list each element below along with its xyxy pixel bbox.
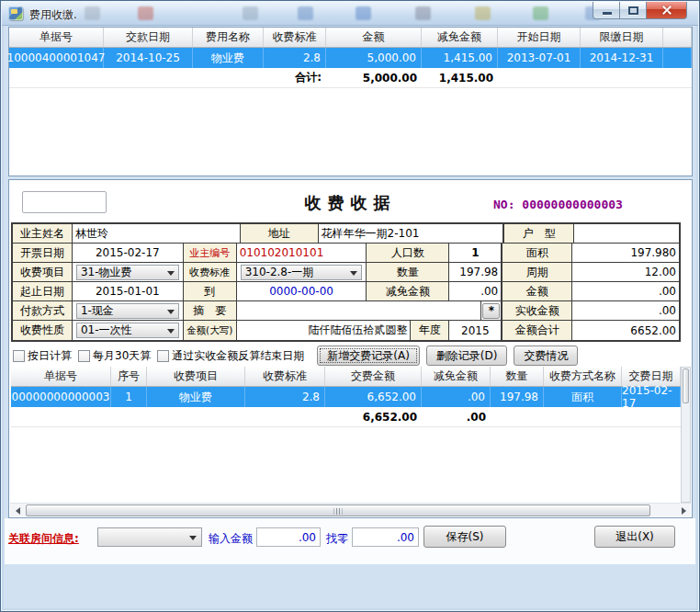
amount-field[interactable]: .00 <box>572 282 679 300</box>
payment-status-button[interactable]: 交费情况 <box>514 346 578 366</box>
fee-item-select[interactable]: 31-物业费 <box>76 265 179 280</box>
column-header: 序号 <box>111 367 147 386</box>
checkbox-label: 每月30天算 <box>93 348 151 364</box>
room-info-select[interactable] <box>97 527 202 547</box>
owner-id-label: 业主编号 <box>184 244 237 262</box>
scrollbar-thumb[interactable] <box>26 504 650 516</box>
vertical-scrollbar[interactable] <box>681 367 691 503</box>
quantity-field[interactable]: 197.98 <box>449 263 502 281</box>
reduction-field[interactable]: .00 <box>449 282 502 300</box>
population-field[interactable]: 1 <box>449 244 502 262</box>
column-header: 费用名称 <box>193 28 264 47</box>
column-header: 单据号 <box>11 367 111 386</box>
checkbox-label: 通过实收金额反算结束日期 <box>172 348 304 364</box>
column-header: 减免金额 <box>422 28 498 47</box>
cell-standard: 2.8 <box>264 48 326 68</box>
scroll-left-arrow-icon[interactable] <box>10 504 25 517</box>
cell-pay-date: 2014-10-25 <box>104 48 193 68</box>
column-header: 金额 <box>326 28 422 47</box>
fee-item-label: 收费项目 <box>13 263 73 281</box>
horizontal-scrollbar[interactable] <box>10 503 691 516</box>
chevron-down-icon <box>167 329 175 334</box>
year-field[interactable]: 2015 <box>449 321 502 340</box>
window-title: 费用收缴. <box>29 7 77 23</box>
date-range-label: 起止日期 <box>13 282 73 300</box>
ghost-toolbar-icon <box>243 6 258 20</box>
cell-empty <box>544 407 622 426</box>
input-amount-field[interactable]: .00 <box>256 527 321 547</box>
cell-receipt-no: 00000000000003 <box>11 387 111 407</box>
column-header: 交款日期 <box>104 28 193 47</box>
cell-empty <box>147 407 245 426</box>
minimize-button[interactable] <box>593 2 620 19</box>
chevron-down-icon <box>350 271 357 276</box>
date-to-field[interactable]: 0000-00-00 <box>237 282 367 300</box>
ghost-toolbar-icon <box>298 6 313 20</box>
address-field[interactable]: 花样年华一期2-101 <box>319 224 504 243</box>
checkbox-icon <box>157 350 169 362</box>
save-button[interactable]: 保存(S) <box>423 526 506 548</box>
column-header: 减免金额 <box>422 367 491 386</box>
date-from-field[interactable]: 2015-01-01 <box>73 282 184 300</box>
owner-id-field[interactable]: 010102010101 <box>237 244 367 262</box>
pending-bills-grid: 单据号 交款日期 费用名称 收费标准 金额 减免金额 开始日期 限缴日期 100… <box>8 27 693 176</box>
exit-button[interactable]: 退出(X) <box>594 526 675 548</box>
fee-nature-label: 收费性质 <box>13 321 73 340</box>
add-payment-record-button[interactable]: 新增交费记录(A) <box>317 346 420 366</box>
totals-label: 合计: <box>264 68 326 87</box>
maximize-button[interactable] <box>620 2 647 19</box>
owner-name-field[interactable]: 林世玲 <box>73 224 241 243</box>
column-header: 单据号 <box>9 28 104 47</box>
fee-nature-select[interactable]: 01-一次性 <box>76 323 179 338</box>
close-button[interactable] <box>647 2 687 19</box>
scrollbar-thumb[interactable] <box>683 368 689 403</box>
standard-cell: 310-2.8-一期 <box>237 263 367 281</box>
house-type-label: 户 型 <box>502 224 574 243</box>
column-header: 收费标准 <box>264 28 326 47</box>
grid-header-row: 单据号 交款日期 费用名称 收费标准 金额 减免金额 开始日期 限缴日期 <box>9 28 692 48</box>
grand-total-label: 金额合计 <box>501 321 572 340</box>
totals-pay-amount: 6,652.00 <box>325 407 422 426</box>
column-header-filler <box>663 28 692 47</box>
totals-row: 合计: 5,000.00 1,415.00 <box>9 68 692 88</box>
area-field[interactable]: 197.980 <box>572 244 679 262</box>
cell-empty <box>663 68 692 87</box>
maximize-icon <box>628 6 638 15</box>
table-row-selected[interactable]: 10000400001047 2014-10-25 物业费 2.8 5,000.… <box>9 48 692 68</box>
payment-method-select[interactable]: 1-现金 <box>76 303 179 319</box>
cell-empty <box>11 407 111 426</box>
cell-empty <box>104 68 193 87</box>
scroll-right-arrow-icon[interactable] <box>676 504 691 517</box>
summary-picker-button[interactable]: * <box>482 303 500 319</box>
checkbox-reverse-end-date[interactable]: 通过实收金额反算结束日期 <box>157 348 304 364</box>
quantity-label: 数量 <box>367 263 449 281</box>
period-field[interactable]: 12.00 <box>572 263 679 281</box>
ghost-toolbar-icon <box>475 6 491 20</box>
checkbox-30days[interactable]: 每月30天算 <box>78 348 151 364</box>
table-row-selected[interactable]: 00000000000003 1 物业费 2.8 6,652.00 .00 19… <box>11 387 681 407</box>
summary-field[interactable] <box>237 301 482 320</box>
totals-amount: 5,000.00 <box>326 68 422 87</box>
input-amount-label: 输入金额 <box>209 531 253 547</box>
totals-reduction: 1,415.00 <box>422 68 498 87</box>
chevron-down-icon <box>167 271 175 276</box>
house-type-field[interactable] <box>574 224 679 243</box>
standard-select[interactable]: 310-2.8-一期 <box>241 265 363 280</box>
standard-label: 收费标准 <box>184 263 237 281</box>
fee-nature-value: 01-一次性 <box>81 323 132 338</box>
cell-fee-item: 物业费 <box>147 387 245 407</box>
window-controls <box>593 2 687 19</box>
minimize-icon <box>603 12 612 15</box>
delete-record-button[interactable]: 删除记录(D) <box>426 346 508 366</box>
change-field[interactable]: .00 <box>352 527 419 547</box>
room-info-label: 关联房间信息: <box>8 531 79 547</box>
checkbox-daily-calc[interactable]: 按日计算 <box>13 348 72 364</box>
cell-empty <box>491 407 544 426</box>
column-header: 收费方式名称 <box>544 367 622 386</box>
change-label: 找零 <box>326 531 348 547</box>
actual-amount-field[interactable]: .00 <box>572 301 679 320</box>
population-label: 人口数 <box>367 244 449 262</box>
cell-amount: 5,000.00 <box>326 48 422 68</box>
invoice-date-field[interactable]: 2015-02-17 <box>73 244 184 262</box>
cell-reduction: .00 <box>422 387 491 407</box>
